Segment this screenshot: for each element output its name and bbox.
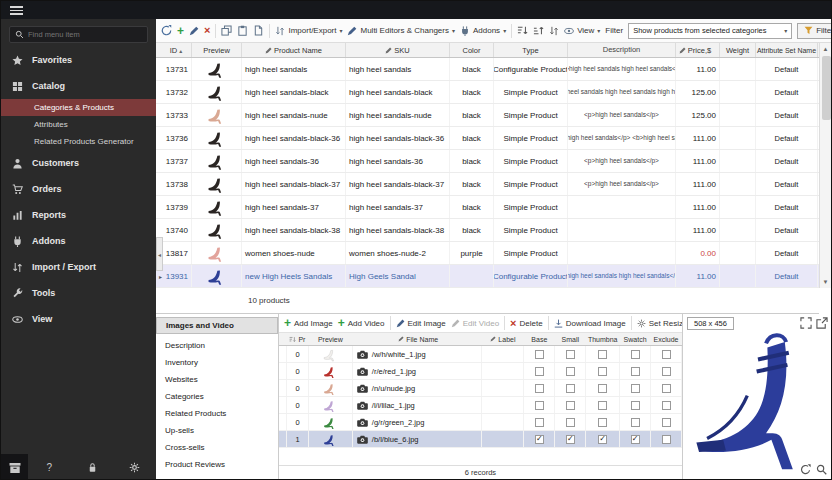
paste-button[interactable] [237, 24, 248, 37]
view-menu[interactable]: View▾ [564, 26, 600, 36]
column-header-color[interactable]: Color [450, 43, 494, 57]
checkbox-base[interactable] [535, 418, 544, 427]
addons-menu[interactable]: Addons▾ [460, 26, 506, 36]
image-row[interactable]: 0 /g/r/green_2.jpg [279, 414, 682, 431]
tab-related-products[interactable]: Related Products [156, 405, 278, 422]
column-header-weight[interactable]: Weight [720, 43, 756, 57]
column-header-type[interactable]: Type [494, 43, 568, 57]
column-header-thumbnail[interactable]: Thumbna [586, 333, 620, 345]
checkbox-swatch[interactable] [631, 401, 640, 410]
help-button[interactable]: ? [28, 462, 71, 473]
checkbox-thumbnail[interactable] [598, 418, 607, 427]
settings-button[interactable] [113, 462, 156, 473]
checkbox-thumbnail[interactable] [598, 401, 607, 410]
table-row[interactable]: 13817 women shoes-nude women shoes-nude-… [156, 242, 819, 265]
sidebar-item-reports[interactable]: Reports [1, 202, 156, 228]
scroll-up-icon[interactable]: ▲ [820, 43, 831, 55]
set-resize-rule-button[interactable]: Set Resize Rule▾ [637, 319, 682, 328]
scrollbar-thumb[interactable] [822, 56, 831, 120]
sidebar-collapse-handle[interactable]: ◂ [156, 237, 163, 271]
table-row[interactable]: 13731 high heel sandals high heel sandal… [156, 58, 819, 81]
table-row[interactable]: 13733 high heel sandals-nude high heel s… [156, 104, 819, 127]
sidebar-item-import-export[interactable]: Import / Export [1, 254, 156, 280]
open-in-new-window-button[interactable] [816, 317, 828, 329]
scroll-down-icon[interactable]: ▼ [820, 276, 831, 288]
checkbox-base[interactable] [535, 384, 544, 393]
column-header-swatch[interactable]: Swatch [620, 333, 651, 345]
add-image-button[interactable]: +Add Image [284, 317, 333, 329]
column-header-priority[interactable]: Pr [287, 333, 309, 345]
tab-categories[interactable]: Categories [156, 388, 278, 405]
edit-image-button[interactable]: Edit Image [396, 319, 446, 328]
tab-product-reviews[interactable]: Product Reviews [156, 456, 278, 473]
tab-inventory[interactable]: Inventory [156, 354, 278, 371]
lock-button[interactable] [71, 462, 114, 473]
table-row-selected[interactable]: ▸13931 new High Heels Sandals High Geels… [156, 265, 819, 288]
table-row[interactable]: 13739 high heel sandals-37 high heel san… [156, 196, 819, 219]
table-row[interactable]: 13738 high heel sandals-black-37 high he… [156, 173, 819, 196]
column-header-attribute-set[interactable]: Attribute Set Name [756, 43, 818, 57]
hamburger-menu-icon[interactable] [10, 6, 23, 15]
zoom-button[interactable] [816, 464, 827, 475]
checkbox-exclude[interactable] [662, 401, 671, 410]
refresh-button[interactable] [161, 24, 172, 37]
sidebar-item-categories-products[interactable]: Categories & Products [1, 99, 156, 116]
sort-ascending-button[interactable] [517, 24, 528, 37]
store-button[interactable] [1, 454, 28, 480]
copy-button[interactable] [221, 24, 232, 37]
multi-editors-menu[interactable]: Multi Editors & Changers▾ [347, 26, 455, 36]
checkbox-base[interactable] [535, 401, 544, 410]
checkbox-base[interactable]: ✓ [535, 435, 544, 444]
image-row[interactable]: 0 /l/i/lilac_1.jpg [279, 397, 682, 414]
table-row[interactable]: 13740 high heel sandals-black-38 high he… [156, 219, 819, 242]
sidebar-item-orders[interactable]: Orders [1, 176, 156, 202]
column-header-product-name[interactable]: Product Name [242, 43, 346, 57]
tab-websites[interactable]: Websites [156, 371, 278, 388]
column-header-file-name[interactable]: File Name [353, 333, 483, 345]
column-header-base[interactable]: Base [524, 333, 555, 345]
checkbox-swatch[interactable] [631, 418, 640, 427]
column-header-preview[interactable]: Preview [192, 43, 242, 57]
checkbox-swatch[interactable]: ✓ [631, 435, 640, 444]
import-export-menu[interactable]: Import/Export▾ [275, 26, 342, 36]
filter-mode-select[interactable]: Show products from selected categories▾ [628, 23, 792, 39]
column-header-price[interactable]: Price,$ [676, 43, 720, 57]
table-row[interactable]: 13737 high heel sandals-36 high heel san… [156, 150, 819, 173]
download-image-button[interactable]: Download Image [554, 319, 626, 328]
tab-images-and-video[interactable]: Images and Video [156, 317, 278, 334]
tab-cross-sells[interactable]: Cross-sells [156, 439, 278, 456]
fullscreen-button[interactable] [800, 317, 812, 329]
checkbox-thumbnail[interactable] [598, 367, 607, 376]
sidebar-item-view[interactable]: View [1, 306, 156, 332]
delete-product-button[interactable]: × [204, 24, 210, 37]
sidebar-item-catalog[interactable]: Catalog [1, 73, 156, 99]
add-video-button[interactable]: +Add Video [338, 317, 385, 329]
checkbox-exclude[interactable] [662, 367, 671, 376]
sidebar-item-customers[interactable]: Customers [1, 150, 156, 176]
checkbox-base[interactable] [535, 350, 544, 359]
search-input[interactable] [28, 30, 142, 39]
checkbox-small[interactable]: ✓ [566, 435, 575, 444]
checkbox-thumbnail[interactable] [598, 384, 607, 393]
image-row-selected[interactable]: 1 /b/l/blue_6.jpg ✓ ✓ ✓ ✓ [279, 431, 682, 448]
swap-columns-button[interactable] [549, 24, 559, 37]
column-header-sku[interactable]: SKU [346, 43, 450, 57]
checkbox-small[interactable] [566, 401, 575, 410]
checkbox-small[interactable] [566, 418, 575, 427]
column-header-preview[interactable]: Preview [309, 333, 353, 345]
checkbox-exclude[interactable] [662, 384, 671, 393]
add-product-button[interactable]: + [177, 24, 184, 37]
rotate-button[interactable] [800, 464, 811, 475]
sort-descending-button[interactable] [533, 24, 544, 37]
column-header-label[interactable]: Label [482, 333, 524, 345]
table-row[interactable]: 13736 high heel sandals-black-36 high he… [156, 127, 819, 150]
checkbox-small[interactable] [566, 367, 575, 376]
checkbox-swatch[interactable] [631, 367, 640, 376]
sidebar-item-tools[interactable]: Tools [1, 280, 156, 306]
image-row[interactable]: 0 /r/e/red_1.jpg [279, 363, 682, 380]
checkbox-exclude[interactable] [662, 435, 671, 444]
row-expander-icon[interactable]: ▸ [159, 273, 164, 280]
checkbox-small[interactable] [566, 350, 575, 359]
table-row[interactable]: 13732 high heel sandals-black high heel … [156, 81, 819, 104]
checkbox-thumbnail[interactable] [598, 350, 607, 359]
